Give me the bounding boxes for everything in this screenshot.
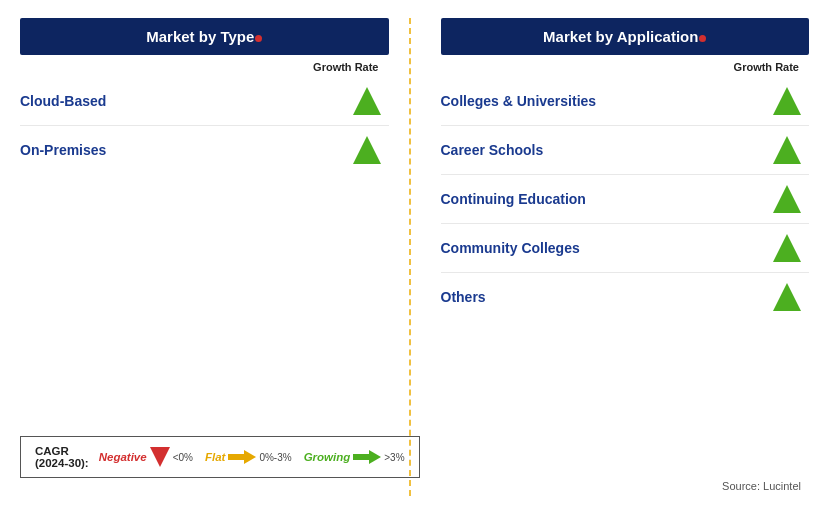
growing-arrow-icon [353,450,381,464]
negative-range: <0% [173,452,193,463]
right-list-item: Career Schools [441,126,810,175]
right-item-label-0: Colleges & Universities [441,93,597,109]
right-item-label-3: Community Colleges [441,240,580,256]
up-arrow-icon [773,87,801,115]
negative-arrow-icon [150,447,170,467]
red-dot-icon [255,35,262,42]
flat-label: Flat [205,451,225,463]
right-list-item: Continuing Education [441,175,810,224]
left-item-label-1: On-Premises [20,142,106,158]
right-growth-rate-label: Growth Rate [441,61,810,73]
flat-range: 0%-3% [259,452,291,463]
left-panel: Market by Type Growth Rate Cloud-Based O… [20,18,411,496]
right-list-item: Others [441,273,810,321]
right-list-item: Colleges & Universities [441,77,810,126]
left-list-item: Cloud-Based [20,77,389,126]
up-arrow-icon [353,136,381,164]
up-arrow-icon [773,283,801,311]
right-items-list: Colleges & Universities Career Schools C… [441,77,810,321]
right-item-label-4: Others [441,289,486,305]
up-arrow-icon [773,234,801,262]
legend-box: CAGR (2024-30): Negative <0% Flat 0%-3% … [20,436,420,478]
right-item-label-2: Continuing Education [441,191,586,207]
up-arrow-icon [773,185,801,213]
right-header: Market by Application [441,18,810,55]
growing-legend-item: Growing >3% [304,450,405,464]
right-panel: Market by Application Growth Rate Colleg… [411,18,810,496]
left-items-list: Cloud-Based On-Premises [20,77,389,174]
cagr-label: CAGR (2024-30): [35,445,89,469]
left-list-item: On-Premises [20,126,389,174]
growing-label: Growing [304,451,351,463]
right-item-label-1: Career Schools [441,142,544,158]
red-dot-icon [699,35,706,42]
up-arrow-icon [773,136,801,164]
flat-legend-item: Flat 0%-3% [205,450,292,464]
negative-legend-item: Negative <0% [99,447,193,467]
negative-label: Negative [99,451,147,463]
growing-range: >3% [384,452,404,463]
right-list-item: Community Colleges [441,224,810,273]
left-item-label-0: Cloud-Based [20,93,106,109]
left-header: Market by Type [20,18,389,55]
up-arrow-icon [353,87,381,115]
source-text: Source: Lucintel [722,480,801,492]
flat-arrow-icon [228,450,256,464]
left-growth-rate-label: Growth Rate [20,61,389,73]
